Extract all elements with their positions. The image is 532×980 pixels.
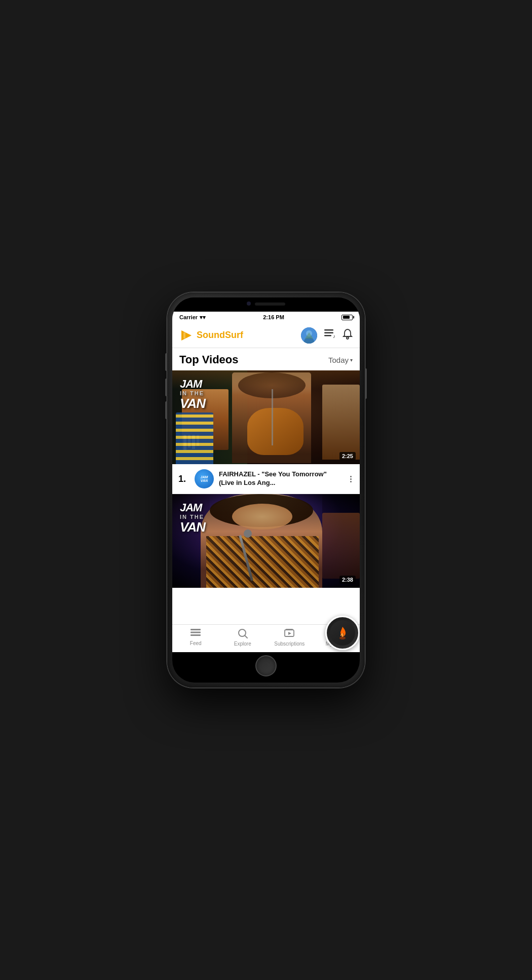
feed-icon (191, 629, 201, 639)
svg-rect-1 (183, 332, 185, 338)
video-scene-2: JAM IN THE VAN (172, 494, 360, 588)
fire-button-wrap (325, 616, 360, 650)
queue-icon[interactable]: ♪ (324, 329, 335, 341)
battery-indicator (341, 315, 353, 320)
screen: Carrier ▾▾ 2:16 PM (172, 312, 360, 652)
user-avatar[interactable] (301, 327, 317, 344)
phone-screen-container: Carrier ▾▾ 2:16 PM (172, 297, 360, 683)
carrier-label: Carrier ▾▾ (179, 314, 206, 321)
phone-camera (247, 301, 251, 306)
logo-area: SoundSurf (179, 328, 243, 343)
content-scroll[interactable]: Top Videos Today ▾ (172, 348, 360, 624)
header-right: ♪ (301, 327, 353, 344)
video-thumbnail-2[interactable]: JAM IN THE VAN 2:38 (172, 494, 360, 588)
subscriptions-label: Subscriptions (274, 641, 305, 647)
video-rank-1: 1. (178, 474, 189, 484)
nav-item-subscriptions[interactable]: Subscriptions (266, 625, 313, 652)
chevron-down-icon: ▾ (350, 357, 353, 363)
section-title: Top Videos (179, 353, 239, 366)
wifi-icon: ▾▾ (200, 314, 206, 321)
explore-label: Explore (234, 641, 251, 647)
video-duration-1: 2:25 (339, 452, 356, 460)
section-header: Top Videos Today ▾ (172, 348, 360, 370)
battery-fill (343, 316, 350, 319)
app-name: SoundSurf (197, 330, 243, 341)
fire-icon (336, 626, 349, 640)
battery-icon (341, 315, 353, 320)
svg-point-10 (347, 337, 349, 339)
svg-rect-17 (286, 629, 293, 630)
svg-rect-13 (191, 634, 201, 636)
phone-device: Carrier ▾▾ 2:16 PM (167, 292, 365, 688)
status-time: 2:16 PM (263, 314, 284, 320)
svg-text:♪: ♪ (333, 333, 335, 338)
svg-marker-0 (181, 330, 192, 341)
svg-rect-7 (324, 332, 333, 334)
svg-rect-6 (324, 329, 333, 331)
nav-item-explore[interactable]: Explore (219, 625, 267, 652)
svg-rect-8 (324, 335, 331, 336)
subscriptions-icon (284, 628, 294, 640)
more-options-button-1[interactable] (348, 476, 354, 482)
video-thumbnail-1[interactable]: JAM IN THE VAN 2:25 (172, 370, 360, 464)
filter-label: Today (328, 356, 349, 364)
svg-line-15 (245, 635, 247, 638)
video-title-1[interactable]: FAIRHAZEL - "See You Tomorrow" (Live in … (219, 470, 343, 487)
video-duration-2: 2:38 (339, 576, 356, 584)
home-button[interactable] (255, 655, 277, 676)
nav-item-feed[interactable]: Feed (172, 625, 219, 652)
video-scene-1: JAM IN THE VAN (172, 370, 360, 464)
carrier-text: Carrier (179, 314, 198, 320)
app-header: SoundSurf (172, 323, 360, 348)
explore-icon (238, 628, 248, 640)
status-bar: Carrier ▾▾ 2:16 PM (172, 312, 360, 323)
video-info-row-1: 1. JAMVAN FAIRHAZEL - "See You Tomorrow"… (172, 464, 360, 494)
svg-rect-12 (191, 632, 201, 633)
notification-icon[interactable] (343, 328, 353, 342)
phone-top-bar (172, 297, 360, 312)
jam-logo-2: JAM IN THE VAN (180, 502, 205, 535)
bottom-nav: Feed Explore (172, 624, 360, 652)
logo-icon (179, 328, 194, 343)
jam-logo-1: JAM IN THE VAN (180, 378, 205, 411)
svg-point-21 (339, 636, 346, 639)
phone-speaker (255, 303, 285, 306)
svg-rect-11 (191, 629, 201, 630)
fire-button[interactable] (325, 616, 360, 650)
svg-marker-18 (288, 632, 291, 635)
feed-label: Feed (190, 640, 202, 646)
channel-avatar-1[interactable]: JAMVAN (195, 469, 214, 488)
filter-button[interactable]: Today ▾ (328, 356, 353, 364)
